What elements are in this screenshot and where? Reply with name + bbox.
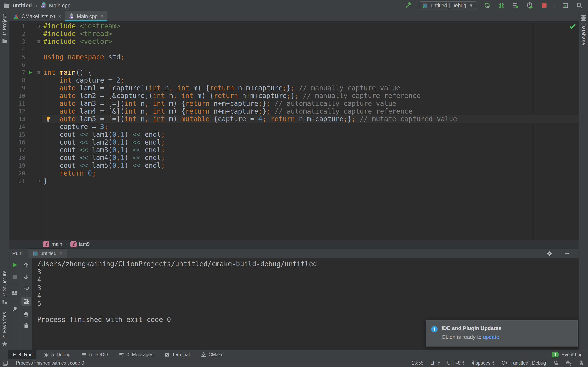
code-line-20[interactable]: return 0; [42,169,579,177]
code-line-15[interactable]: cout << lam1(0,1) << endl; [42,131,579,138]
gutter-line-16[interactable]: 16 [9,138,42,146]
fold-marker-icon[interactable] [37,40,40,44]
close-tab-icon[interactable]: × [58,13,61,19]
gutter-line-8[interactable]: 8 [9,76,42,84]
update-link[interactable]: update [483,334,499,340]
gutter-line-6[interactable]: 6 [9,61,42,69]
gutter-line-3[interactable]: 3 [9,38,42,45]
toolwindow-button-todo[interactable]: 6: TODO [78,350,112,359]
code-line-8[interactable]: int capture = 2; [42,76,579,84]
run-gutter-icon[interactable] [28,70,33,75]
gutter-line-14[interactable]: 14 [9,123,42,131]
line-separator-selector[interactable]: LF [430,360,440,366]
run-with-coverage-button[interactable] [512,2,520,9]
stop-button[interactable] [540,2,548,9]
stripe-project[interactable]: 1: Project [2,14,8,44]
gutter-line-7[interactable]: 7 [9,69,42,76]
editor-tab-Main.cpp[interactable]: C++Main.cpp× [65,11,107,21]
rerun-button[interactable] [483,2,491,9]
code-line-19[interactable]: cout << lam5(0,1) << endl; [42,162,579,169]
run-anything-button[interactable] [562,2,569,9]
pin-tab-button[interactable] [11,305,18,313]
gutter-line-11[interactable]: 11 [9,100,42,108]
code-line-13[interactable]: auto lam5 = [=](int n, int m) mutable {c… [42,115,579,123]
encoding-selector[interactable]: UTF-8 [447,360,465,366]
hector-inspector-icon[interactable] [579,360,584,366]
close-run-tab-icon[interactable]: × [59,250,62,256]
run-config-selector[interactable]: untitled | Debug ▼ [419,1,477,10]
lock-icon[interactable] [553,360,559,366]
gutter-line-18[interactable]: 18 [9,154,42,162]
code-line-11[interactable]: auto lam3 = [=](int n, int m) {return n+… [42,100,579,108]
gutter-line-21[interactable]: 21 [9,177,42,185]
close-tab-icon[interactable]: × [100,13,104,19]
code-line-14[interactable]: capture = 3; [42,123,579,131]
gutter-line-4[interactable]: 4 [9,45,42,53]
debug-button[interactable] [498,2,505,9]
clear-console-button[interactable] [22,322,30,330]
toolwindow-button-run[interactable]: 4: Run [8,350,36,359]
gutter-line-17[interactable]: 17 [9,146,42,154]
editor-tab-CMakeLists.txt[interactable]: CMakeLists.txt× [9,11,65,21]
gutter-line-9[interactable]: 9 [9,84,42,92]
restore-layout-button[interactable] [11,289,18,297]
up-stack-trace-button[interactable] [22,261,30,269]
code-line-9[interactable]: auto lam1 = [capture](int n, int m) {ret… [42,84,579,92]
profiler-button[interactable] [526,2,534,9]
nav-breadcrumb-file[interactable]: Main.cpp [49,2,71,9]
code-line-6[interactable] [42,61,579,69]
code-line-1[interactable]: #include <iostream> [42,22,579,30]
code-line-16[interactable]: cout << lam2(0,1) << endl; [42,138,579,146]
stripe-structure[interactable]: 7: Structure [2,270,8,305]
search-everywhere-button[interactable] [576,2,584,9]
caret-position[interactable]: 13:55 [412,360,424,366]
toolwindow-toggle-icon[interactable] [2,360,9,366]
toolwindow-button-debug[interactable]: 5: Debug [40,350,74,359]
code-line-7[interactable]: int main() { [42,69,579,76]
intention-bulb-icon[interactable] [45,116,51,122]
gutter-line-13[interactable]: 13 [9,115,42,123]
run-tab-untitled[interactable]: untitled × [28,249,67,258]
toolwindow-button-cmake[interactable]: CMake [197,350,227,359]
stop-program-button[interactable] [11,273,18,281]
editor-code-area[interactable]: #include <iostream>#include <thread>#inc… [42,21,579,240]
print-button[interactable] [22,310,30,318]
gutter-line-19[interactable]: 19 [9,162,42,169]
code-line-10[interactable]: auto lam2 = [&capture](int n, int m) {re… [42,92,579,100]
code-line-3[interactable]: #include <vector> [42,38,579,45]
breadcrumb-main[interactable]: fmain [43,241,62,247]
gutter-line-1[interactable]: 1 [9,22,42,30]
code-line-17[interactable]: cout << lam3(0,1) << endl; [42,146,579,154]
stripe-database[interactable]: Database [580,15,587,45]
gutter-line-2[interactable]: 2 [9,30,42,38]
indent-selector[interactable]: 4 spaces [472,360,495,366]
inspections-profile-icon[interactable]: ? [566,360,572,366]
nav-breadcrumb-project[interactable]: untitled [13,2,32,9]
code-line-18[interactable]: cout << lam4(0,1) << endl; [42,154,579,162]
build-button[interactable] [405,2,412,9]
code-line-2[interactable]: #include <thread> [42,30,579,38]
toolwindow-button-messages[interactable]: 0: Messages [115,350,157,359]
stripe-favorites[interactable]: 2: Favorites [2,312,8,347]
gutter-line-15[interactable]: 15 [9,131,42,138]
gutter-line-20[interactable]: 20 [9,169,42,177]
gutter-line-5[interactable]: 5 [9,53,42,61]
resolve-context-selector[interactable]: C++: untitled | Debug [502,360,546,366]
code-line-5[interactable]: using namespace std; [42,53,579,61]
toolwindow-button-terminal[interactable]: Terminal [161,350,194,359]
hide-panel-icon[interactable] [563,250,571,257]
code-line-21[interactable]: } [42,177,579,185]
event-log-button[interactable]: 1 Event Log [552,350,588,359]
fold-marker-icon[interactable] [37,71,40,75]
update-notification[interactable]: i IDE and Plugin Updates CLion is ready … [426,320,578,347]
gutter-line-12[interactable]: 12 [9,108,42,115]
code-line-4[interactable] [42,45,579,53]
run-settings-gear-icon[interactable] [545,250,553,257]
code-line-12[interactable]: auto lam4 = [&](int n, int m) {return n+… [42,108,579,115]
gutter-line-10[interactable]: 10 [9,92,42,100]
scroll-to-end-button[interactable] [21,297,31,306]
rerun-program-button[interactable] [11,261,18,269]
breadcrumb-lam5[interactable]: flam5 [70,241,90,247]
soft-wrap-button[interactable] [22,285,30,292]
fold-marker-icon[interactable] [37,24,40,28]
